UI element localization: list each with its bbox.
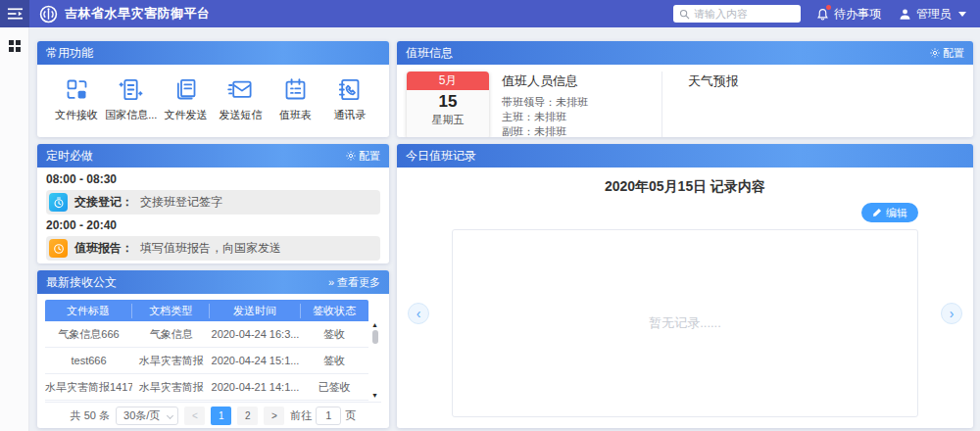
calendar-day: 15 <box>407 92 489 112</box>
goto-page-input[interactable] <box>316 407 341 425</box>
scroll-down-icon[interactable]: ▼ <box>371 392 378 399</box>
doc-type: 水旱灾害简报 <box>132 380 210 395</box>
todo-items-link[interactable]: 待办事项 <box>834 6 881 23</box>
func-duty-schedule[interactable]: 值班表 <box>270 76 320 122</box>
task-item-handover[interactable]: 交接登记： 交接班登记签字 <box>46 190 380 215</box>
panel-title: 定时必做 <box>46 148 93 165</box>
func-label: 国家信息... <box>105 108 157 122</box>
panel-duty-record: 今日值班记录 2020年05月15日 记录内容 编辑 暂无记录...... <box>397 144 973 428</box>
contacts-icon <box>336 76 363 103</box>
page-size-value: 30条/页 <box>123 408 160 423</box>
page-1-button[interactable]: 1 <box>211 407 231 425</box>
chevron-down-icon <box>167 411 173 418</box>
task-desc: 填写值班报告，向国家发送 <box>140 240 281 257</box>
latest-documents-header: 最新接收公文 » 查看更多 <box>37 270 389 294</box>
doc-sign-link[interactable]: 签收 <box>301 354 368 368</box>
func-label: 值班表 <box>279 108 312 122</box>
duty-schedule-icon <box>282 76 309 103</box>
menu-collapse-icon <box>7 7 24 21</box>
task-name: 交接登记： <box>74 194 133 211</box>
calendar-month: 5月 <box>407 72 489 90</box>
col-header: 文件标题 <box>45 304 132 318</box>
prev-page-button[interactable]: < <box>184 407 205 425</box>
func-label: 文件接收 <box>55 108 98 122</box>
panel-common-functions: 常用功能 文件接收 <box>37 41 389 137</box>
carousel-prev-button[interactable]: ‹ <box>408 303 429 324</box>
config-link[interactable]: 配置 <box>930 46 964 61</box>
search-icon <box>679 9 690 20</box>
notifications-button[interactable] <box>816 7 829 22</box>
table-header-row: 文件标题 文档类型 发送时间 签收状态 <box>45 300 368 321</box>
user-menu[interactable]: 管理员 <box>899 6 966 23</box>
task-name: 值班报告： <box>74 240 133 257</box>
calendar-card: 5月 15 星期五 <box>407 72 489 137</box>
table-row[interactable]: test666 水旱灾害简报 2020-04-24 15:1... 签收 <box>45 348 368 374</box>
record-content-box: 暂无记录...... <box>452 229 918 417</box>
scroll-up-icon[interactable]: ▲ <box>371 321 378 328</box>
doc-title-link[interactable]: 气象信息666 <box>45 327 132 342</box>
config-link[interactable]: 配置 <box>346 149 380 164</box>
national-info-icon <box>118 76 144 103</box>
func-label: 发送短信 <box>219 108 262 122</box>
doc-title-link[interactable]: test666 <box>45 355 132 366</box>
doc-time: 2020-04-21 14:1... <box>210 381 300 393</box>
func-file-receive[interactable]: 文件接收 <box>51 76 102 122</box>
panel-duty-info: 值班信息 配置 5月 15 <box>397 41 973 137</box>
panel-scheduled-tasks: 定时必做 配置 08:00 - 08:30 <box>37 144 389 263</box>
apps-grid-icon[interactable] <box>9 40 21 52</box>
table-scrollbar[interactable]: ▲ ▼ <box>368 321 381 402</box>
pencil-icon <box>872 208 882 217</box>
app-header: 吉林省水旱灾害防御平台 待办事项 管理员 <box>0 0 980 27</box>
config-label: 配置 <box>359 149 380 164</box>
gear-icon <box>346 151 356 161</box>
table-row[interactable]: 气象信息666 气象信息 2020-04-24 16:3... 签收 <box>45 321 368 348</box>
func-file-send[interactable]: 文件发送 <box>161 76 212 122</box>
doc-time: 2020-04-24 16:3... <box>210 328 300 340</box>
doc-title-link[interactable]: 水旱灾害简报1417 <box>45 380 132 395</box>
app-logo-icon <box>39 5 58 24</box>
scrollbar-thumb[interactable] <box>372 330 378 344</box>
search-input[interactable] <box>694 8 795 20</box>
documents-table: 文件标题 文档类型 发送时间 签收状态 气象信息666 气象信息 2020-04… <box>45 300 368 402</box>
task-item-report[interactable]: 值班报告： 填写值班报告，向国家发送 <box>46 236 380 261</box>
doc-sign-link[interactable]: 签收 <box>301 327 368 342</box>
panel-title: 最新接收公文 <box>46 274 117 291</box>
func-national-info[interactable]: 国家信息... <box>106 76 157 122</box>
handover-clock-icon <box>49 193 68 212</box>
carousel-next-button[interactable]: › <box>941 303 962 324</box>
doc-type: 气象信息 <box>132 327 210 342</box>
panel-title: 常用功能 <box>46 45 93 62</box>
personnel-row: 带班领导：未排班 <box>502 95 649 110</box>
col-header: 文档类型 <box>132 304 210 318</box>
table-row[interactable]: 水旱灾害简报1417 水旱灾害简报 2020-04-21 14:1... 已签收 <box>45 374 368 401</box>
sidebar-rail <box>0 27 29 431</box>
duty-info-header: 值班信息 配置 <box>397 41 973 65</box>
task-time: 20:00 - 20:40 <box>46 218 380 232</box>
edit-record-button[interactable]: 编辑 <box>861 203 918 222</box>
edit-label: 编辑 <box>886 206 907 220</box>
doc-type: 水旱灾害简报 <box>132 354 210 368</box>
weather-section: 天气预报 <box>675 72 963 137</box>
func-send-sms[interactable]: 发送短信 <box>215 76 266 122</box>
panel-title: 今日值班记录 <box>406 148 476 165</box>
personnel-row: 副班：未排班 <box>502 124 649 137</box>
global-search <box>673 5 801 23</box>
personnel-title: 值班人员信息 <box>502 72 649 90</box>
page-size-select[interactable]: 30条/页 <box>116 407 178 425</box>
pagination: 共 50 条 30条/页 < 1 2 > 前往 页 <box>45 402 381 428</box>
duty-record-header: 今日值班记录 <box>397 144 973 168</box>
func-label: 文件发送 <box>165 108 208 122</box>
page-2-button[interactable]: 2 <box>237 407 258 425</box>
next-page-button[interactable]: > <box>264 407 284 425</box>
double-arrow-icon: » <box>328 276 334 288</box>
doc-time: 2020-04-24 15:1... <box>210 355 300 366</box>
page-title: 吉林省水旱灾害防御平台 <box>65 5 211 23</box>
goto-label: 前往 <box>290 408 312 423</box>
send-sms-icon <box>227 76 254 103</box>
view-more-link[interactable]: » 查看更多 <box>328 275 380 290</box>
calendar-weekday: 星期五 <box>407 113 489 127</box>
duty-personnel: 值班人员信息 带班领导：未排班 主班：未排班 副班：未排班 <box>502 72 649 137</box>
menu-collapse-button[interactable] <box>0 0 29 27</box>
col-header: 发送时间 <box>210 304 300 318</box>
func-contacts[interactable]: 通讯录 <box>324 76 375 122</box>
